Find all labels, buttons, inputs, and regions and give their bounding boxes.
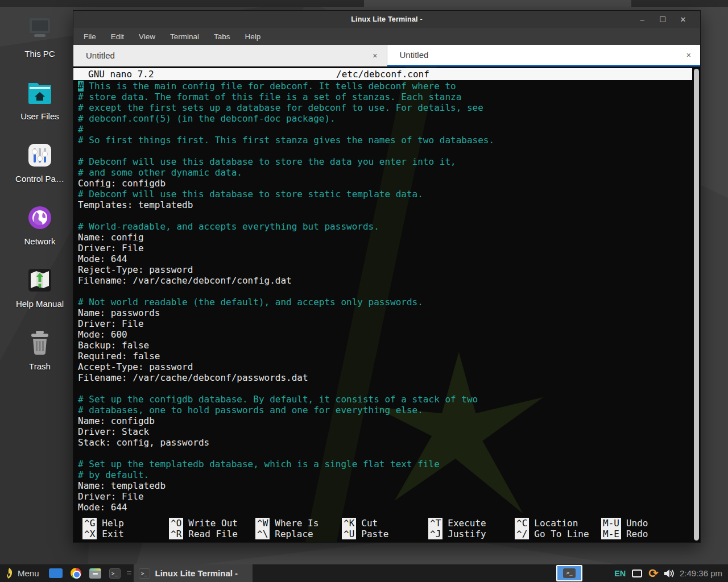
start-menu-label: Menu [18,568,39,578]
nano-shortcut-label: Cut [361,518,378,529]
terminal-line [78,146,692,156]
tab-label: Untitled [86,51,115,60]
taskbar-window-label: Linux Lite Terminal - [155,568,238,578]
update-notifier-icon[interactable]: ⟳ [648,568,659,579]
close-button[interactable]: ✕ [673,15,693,24]
nano-shortcut-key: ^K [342,518,356,529]
tab-close-icon[interactable]: × [686,51,691,60]
tab-untitled-1[interactable]: Untitled × [73,45,387,66]
nano-shortcut-key: ^J [428,529,442,539]
nano-shortcut-key: ^O [169,518,183,529]
clock[interactable]: 2:49:36 pm [680,568,722,578]
tab-untitled-2[interactable]: Untitled × [387,45,701,66]
taskbar: Menu >_ >_ Linux Lite Terminal - >_ EN ⟳… [0,564,728,582]
menu-terminal[interactable]: Terminal [170,32,199,41]
desktop-icon-this-pc[interactable]: This PC [5,15,75,59]
nano-shortcut-key: M-U [601,518,621,529]
terminal-line: Filename: /var/cache/debconf/config.dat [78,275,692,286]
minimize-button[interactable]: – [632,15,652,24]
nano-shortcut-key: ^\ [255,529,270,539]
chrome-icon[interactable] [71,568,81,579]
file-manager-icon[interactable] [89,568,101,579]
window-titlebar[interactable]: Linux Lite Terminal - – ☐ ✕ [73,11,700,28]
terminal-viewport[interactable]: /etc/debconf.conf GNU nano 7.2 # This is… [73,66,700,542]
terminal-line: # So first things first. This first stan… [78,135,692,146]
volume-icon[interactable] [664,569,674,578]
terminal-line [78,286,692,297]
nano-shortcut-key: ^/ [515,529,529,539]
terminal-line: # Set up the templatedb database, which … [78,459,692,469]
window-controls: – ☐ ✕ [632,11,693,28]
language-indicator[interactable]: EN [614,569,626,578]
menu-tabs[interactable]: Tabs [214,32,230,41]
terminal-line: Config: configdb [78,178,692,189]
terminal-line: Name: config [78,232,692,243]
terminal-line: Driver: Stack [78,426,692,437]
terminal-line: # Not world readable (the default), and … [78,297,692,307]
terminal-line: # debconf.conf(5) (in the debconf-doc pa… [78,113,692,124]
nano-shortcut-label: Undo [626,518,648,529]
nano-shortcut: ^XExit [82,529,169,539]
terminal-line: # store data. The format of this file is… [78,92,692,102]
terminal-line: # This is the main config file for debco… [78,81,692,92]
nano-shortcut: ^WWhere Is [255,518,342,529]
nano-shortcut-key: ^T [428,518,442,529]
tray-terminal-button[interactable]: >_ [556,565,582,581]
nano-shortcut: ^JJustify [428,529,515,539]
terminal-launcher-icon[interactable]: >_ [109,568,121,579]
nano-shortcut: ^KCut [342,518,428,529]
taskbar-window-button[interactable]: >_ Linux Lite Terminal - [134,564,253,582]
terminal-line: # Set up the configdb database. By defau… [78,394,692,405]
nano-shortcut-label: Read File [188,529,238,539]
tab-close-icon[interactable]: × [373,51,377,60]
desktop-icon-control-panel[interactable]: Control Pa… [5,140,75,184]
terminal-line: Templates: templatedb [78,199,692,210]
nano-shortcut-label: Write Out [188,518,238,529]
terminal-line [78,448,692,459]
nano-shortcut: M-UUndo [601,518,648,529]
desktop-icon-label: Trash [5,361,75,371]
terminal-window: Linux Lite Terminal - – ☐ ✕ File Edit Vi… [73,10,701,543]
nano-titlebar: /etc/debconf.conf GNU nano 7.2 [73,68,692,80]
desktop-icon-help-manual[interactable]: Help Manual [5,265,75,309]
nano-shortcut-label: Paste [361,529,388,539]
nano-shortcut: ^RRead File [169,529,255,539]
maximize-button[interactable]: ☐ [652,15,673,24]
nano-shortcut-key: M-E [601,529,621,539]
nano-content: # This is the main config file for debco… [73,80,700,542]
show-desktop-icon[interactable] [49,568,63,578]
display-tray-icon[interactable] [632,569,642,577]
terminal-line: # databases, one to hold passwords and o… [78,405,692,415]
terminal-line: Mode: 644 [78,253,692,264]
menu-help[interactable]: Help [245,32,261,41]
desktop-icon-label: Control Pa… [5,174,75,184]
nano-shortcut-bar: ^GHelp^OWrite Out^WWhere Is^KCut^TExecut… [78,518,692,542]
terminal-scrollbar[interactable] [694,69,699,541]
help-manual-icon [24,265,55,296]
menu-file[interactable]: File [84,32,96,41]
nano-shortcut: ^TExecute [428,518,515,529]
desktop-icon-trash[interactable]: Trash [5,327,75,371]
nano-shortcut: ^GHelp [82,518,169,529]
terminal-line: Filename: /var/cache/debconf/passwords.d… [78,372,692,383]
trash-icon [24,327,55,358]
terminal-icon: >_ [139,568,150,579]
terminal-line: # Debconf will use this database to stor… [78,189,692,199]
desktop-icon-network[interactable]: Network [5,202,75,246]
menu-edit[interactable]: Edit [111,32,124,41]
terminal-line: Accept-Type: password [78,361,692,372]
nano-shortcut-row: ^GHelp^OWrite Out^WWhere Is^KCut^TExecut… [82,518,692,529]
terminal-line: Mode: 644 [78,502,692,513]
desktop-icon-user-files[interactable]: User Files [5,77,75,121]
start-menu-button[interactable]: Menu [0,564,45,582]
terminal-icon: >_ [563,568,576,578]
nano-shortcut-key: ^C [515,518,529,529]
terminal-line [78,210,692,221]
terminal-line: Name: configdb [78,415,692,426]
nano-shortcut-key: ^X [82,529,97,539]
terminal-line: Required: false [78,351,692,361]
nano-shortcut-label: Where Is [275,518,318,529]
nano-shortcut-row: ^XExit^RRead File^\Replace^UPaste^JJusti… [82,529,692,539]
menu-view[interactable]: View [139,32,155,41]
folder-home-icon [24,77,55,108]
